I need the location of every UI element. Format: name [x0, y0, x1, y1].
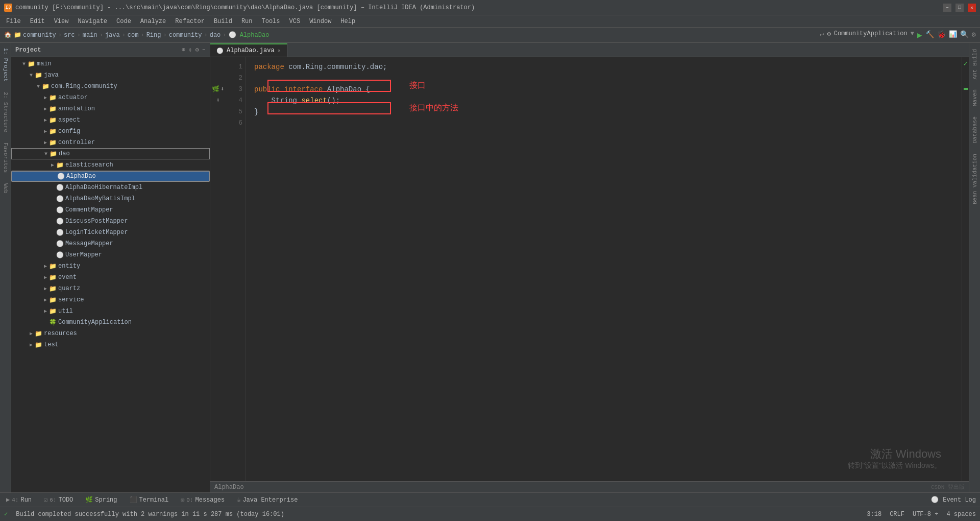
event-log-label[interactable]: Event Log	[943, 496, 976, 504]
right-tab-ant-build[interactable]: Ant Build	[971, 45, 979, 83]
settings-tree-icon[interactable]: ⚙	[195, 46, 199, 54]
left-tab-structure[interactable]: 2: Structure	[2, 87, 10, 137]
run-config-label: ⚙	[827, 30, 830, 40]
menu-vcs[interactable]: VCS	[285, 17, 305, 26]
code-content[interactable]: package com.Ring.community.dao; public i…	[246, 57, 962, 481]
nav-ring[interactable]: Ring	[146, 32, 161, 39]
tree-item-actuator[interactable]: ▶ 📁 actuator	[11, 92, 210, 103]
menu-view[interactable]: View	[50, 17, 73, 26]
left-tab-favorites[interactable]: Favorites	[2, 137, 10, 178]
tree-item-alphadao-hibernate[interactable]: ▶ ⚪ AlphaDaoHibernateImpl	[11, 182, 210, 193]
tab-run[interactable]: ▶ 4: Run	[4, 495, 34, 505]
nav-community[interactable]: 📁 community	[14, 31, 56, 39]
coverage-button[interactable]: 📊	[949, 30, 957, 40]
menu-run[interactable]: Run	[237, 17, 257, 26]
menu-refactor[interactable]: Refactor	[171, 17, 209, 26]
code-line-5: }	[254, 106, 962, 117]
tree-item-quartz[interactable]: ▶ 📁 quartz	[11, 283, 210, 294]
tree-item-service[interactable]: ▶ 📁 service	[11, 294, 210, 305]
nav-back-icon[interactable]: ↩	[820, 30, 824, 40]
menu-window[interactable]: Window	[305, 17, 335, 26]
nav-com[interactable]: com	[128, 32, 139, 39]
gutter-line4[interactable]: ⬇	[210, 95, 226, 106]
build-button[interactable]: 🔨	[925, 30, 934, 40]
right-tab-database[interactable]: Database	[971, 112, 979, 148]
error-stripe	[964, 88, 968, 90]
menu-build[interactable]: Build	[210, 17, 236, 26]
menu-navigate[interactable]: Navigate	[74, 17, 111, 26]
tree-item-java[interactable]: ▼ 📁 java	[11, 69, 210, 81]
search-everywhere[interactable]: 🔍	[960, 30, 969, 40]
menu-code[interactable]: Code	[112, 17, 135, 26]
tab-java-enterprise[interactable]: ☕ Java Enterprise	[235, 495, 300, 505]
tree-item-elasticsearch[interactable]: ▶ 📁 elasticsearch	[11, 159, 210, 171]
run-config-dropdown[interactable]: ▼	[911, 30, 914, 40]
tree-item-alphadao-mybatis[interactable]: ▶ ⚪ AlphaDaoMyBatisImpl	[11, 193, 210, 204]
tree-item-alphadao[interactable]: ▶ ⚪ AlphaDao	[11, 171, 210, 182]
run-gutter-line3[interactable]: 🌿 ⬇	[210, 84, 226, 95]
nav-community2[interactable]: community	[169, 32, 202, 39]
tree-item-test[interactable]: ▶ 📁 test	[11, 339, 210, 350]
tree-item-event[interactable]: ▶ 📁 event	[11, 272, 210, 283]
tree-item-user-mapper[interactable]: ▶ ⚪ UserMapper	[11, 249, 210, 260]
cursor-position[interactable]: 3:18	[867, 511, 881, 518]
tree-item-login-mapper[interactable]: ▶ ⚪ LoginTicketMapper	[11, 227, 210, 238]
tree-item-com-ring[interactable]: ▼ 📁 com.Ring.community	[11, 81, 210, 92]
tree-item-discuss-mapper[interactable]: ▶ ⚪ DiscussPostMapper	[11, 216, 210, 227]
nav-dao[interactable]: dao	[210, 32, 221, 39]
nav-alpha[interactable]: ⚪ AlphaDao	[229, 31, 270, 39]
tree-item-community-app[interactable]: ▶ 🍀 CommunityApplication	[11, 317, 210, 328]
tree-item-message-mapper[interactable]: ▶ ⚪ MessageMapper	[11, 238, 210, 249]
left-sidebar: 1: Project 2: Structure Favorites Web	[0, 43, 11, 492]
tree-item-comment-mapper[interactable]: ▶ ⚪ CommentMapper	[11, 204, 210, 216]
status-right: 3:18 CRLF UTF-8 ÷ 4 spaces	[867, 511, 976, 518]
debug-button[interactable]: 🐞	[937, 30, 946, 40]
menu-help[interactable]: Help	[336, 17, 359, 26]
run-button[interactable]: ▶	[917, 30, 922, 40]
right-tab-maven[interactable]: Maven	[971, 85, 979, 110]
collapse-icon[interactable]: ⇕	[188, 46, 192, 54]
tree-item-main[interactable]: ▼ 📁 main	[11, 58, 210, 69]
tree-item-dao[interactable]: ▼ 📁 dao	[11, 148, 210, 159]
tab-filename: AlphaDao.java	[227, 47, 275, 54]
close-button[interactable]: ✕	[968, 4, 976, 12]
run-config-name[interactable]: CommunityApplication	[834, 30, 908, 40]
maximize-button[interactable]: □	[955, 4, 964, 12]
nav-main[interactable]: main	[83, 32, 97, 39]
tree-item-resources[interactable]: ▶ 📁 resources	[11, 328, 210, 339]
tab-close-icon[interactable]: ✕	[278, 48, 281, 54]
nav-actions: ↩ ⚙ CommunityApplication ▼ ▶ 🔨 🐞 📊 🔍 ⚙	[820, 30, 976, 40]
indent-settings[interactable]: 4 spaces	[946, 511, 976, 518]
tree-item-util[interactable]: ▶ 📁 util	[11, 305, 210, 317]
line-ending[interactable]: CRLF	[890, 511, 904, 518]
left-tab-project[interactable]: 1: Project	[2, 43, 10, 87]
tree-item-annotation[interactable]: ▶ 📁 annotation	[11, 103, 210, 114]
tree-item-config[interactable]: ▶ 📁 config	[11, 126, 210, 137]
main-layout: 1: Project 2: Structure Favorites Web Pr…	[0, 43, 980, 492]
tab-terminal[interactable]: ⬛ Terminal	[128, 495, 171, 505]
minimize-button[interactable]: –	[943, 4, 951, 12]
tab-messages[interactable]: ✉ 0: Messages	[179, 495, 227, 505]
tree-item-aspect[interactable]: ▶ 📁 aspect	[11, 114, 210, 126]
project-tree: ▼ 📁 main ▼ 📁 java ▼ 📁 com.Ring.community…	[11, 57, 210, 492]
nav-src[interactable]: src	[64, 32, 75, 39]
add-icon[interactable]: ⊕	[182, 46, 185, 54]
code-editor[interactable]: 🌿 ⬇ ⬇ 1 2 3 4 5 6	[210, 57, 969, 481]
menu-edit[interactable]: Edit	[26, 17, 49, 26]
settings-button[interactable]: ⚙	[972, 30, 976, 40]
menu-file[interactable]: File	[2, 17, 25, 26]
right-tab-bean-validation[interactable]: Bean Validation	[971, 150, 979, 208]
left-tab-web[interactable]: Web	[2, 178, 10, 199]
tab-spring[interactable]: 🌿 Spring	[83, 495, 119, 505]
tree-item-entity[interactable]: ▶ 📁 entity	[11, 260, 210, 272]
app-icon: IJ	[4, 4, 12, 12]
tab-todo[interactable]: ☑ 6: TODO	[42, 495, 75, 505]
hide-panel-icon[interactable]: –	[202, 46, 206, 54]
menu-analyze[interactable]: Analyze	[136, 17, 170, 26]
file-name-footer: AlphaDao	[214, 484, 244, 491]
menu-tools[interactable]: Tools	[258, 17, 284, 26]
tree-item-controller[interactable]: ▶ 📁 controller	[11, 137, 210, 148]
tab-alphadao[interactable]: ⚪ AlphaDao.java ✕	[210, 43, 287, 57]
charset[interactable]: UTF-8 ÷	[913, 511, 938, 518]
nav-java[interactable]: java	[105, 32, 120, 39]
